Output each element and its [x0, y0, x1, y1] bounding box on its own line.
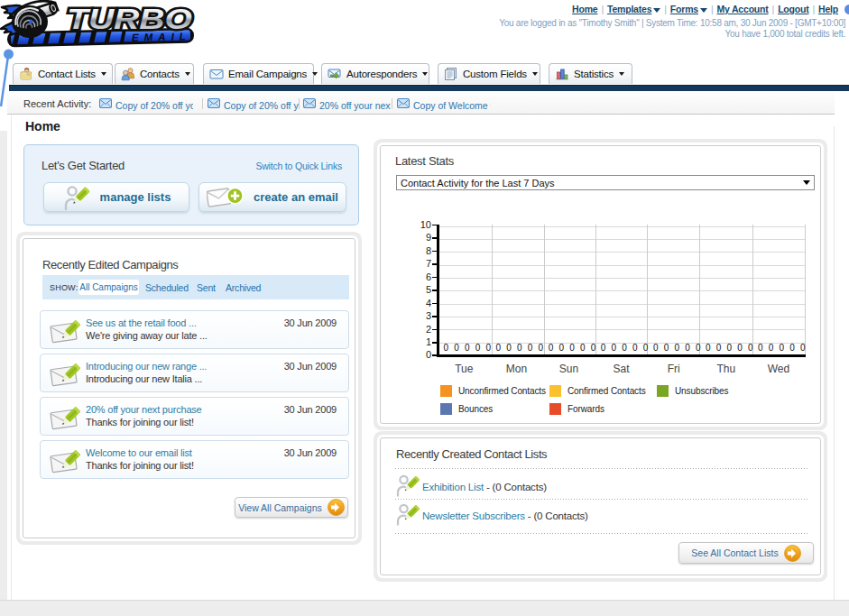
- svg-text:TURBO: TURBO: [67, 4, 192, 35]
